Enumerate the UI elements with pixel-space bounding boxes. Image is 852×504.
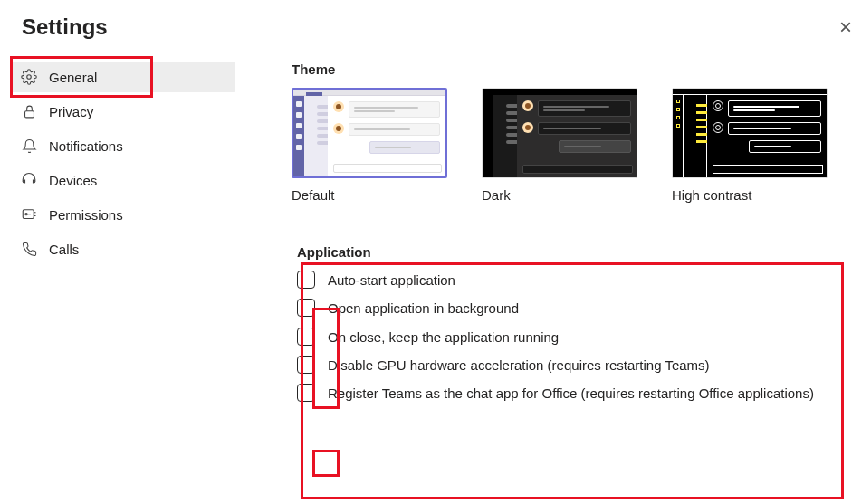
theme-label: High contrast: [672, 187, 828, 203]
theme-thumb-default: [292, 88, 447, 178]
theme-option-high-contrast[interactable]: High contrast: [672, 88, 828, 203]
key-icon: [20, 206, 38, 223]
sidebar-item-permissions[interactable]: Permissions: [11, 199, 235, 230]
application-section: Application Auto-start application Open …: [292, 239, 848, 421]
checkbox-keep-running[interactable]: [297, 328, 315, 346]
option-open-background[interactable]: Open application in background: [297, 299, 843, 318]
sidebar-item-general[interactable]: General: [11, 62, 235, 92]
option-disable-gpu[interactable]: Disable GPU hardware acceleration (requi…: [297, 356, 843, 375]
bell-icon: [20, 138, 38, 154]
annotation-box-register-checkbox: [312, 450, 340, 477]
page-title: Settings: [0, 0, 852, 62]
sidebar-item-label: Notifications: [49, 138, 123, 154]
option-label: Register Teams as the chat app for Offic…: [328, 384, 814, 403]
headset-icon: [20, 172, 38, 188]
svg-point-3: [25, 214, 27, 215]
close-button[interactable]: ×: [839, 14, 852, 40]
sidebar-item-label: General: [49, 70, 97, 85]
svg-rect-1: [24, 110, 34, 117]
sidebar-item-label: Devices: [49, 173, 97, 188]
theme-option-default[interactable]: Default: [292, 88, 447, 203]
checkbox-open-background[interactable]: [297, 299, 315, 317]
application-heading: Application: [297, 244, 843, 260]
theme-option-dark[interactable]: Dark: [482, 88, 637, 203]
option-register-chat-app[interactable]: Register Teams as the chat app for Offic…: [297, 384, 843, 403]
settings-sidebar: General Privacy Notifications Devices Pe…: [0, 62, 235, 421]
option-auto-start[interactable]: Auto-start application: [297, 271, 843, 290]
option-label: On close, keep the application running: [328, 328, 559, 347]
option-keep-running[interactable]: On close, keep the application running: [297, 328, 843, 347]
sidebar-item-devices[interactable]: Devices: [11, 165, 235, 195]
theme-thumb-dark: [482, 88, 637, 178]
checkbox-disable-gpu[interactable]: [297, 356, 315, 374]
sidebar-item-label: Privacy: [49, 104, 93, 119]
theme-label: Default: [292, 187, 447, 203]
checkbox-register-chat-app[interactable]: [297, 384, 315, 402]
theme-label: Dark: [482, 187, 637, 203]
sidebar-item-label: Permissions: [49, 207, 123, 223]
sidebar-item-privacy[interactable]: Privacy: [11, 96, 235, 127]
checkbox-auto-start[interactable]: [297, 271, 315, 289]
option-label: Open application in background: [328, 299, 519, 318]
option-label: Disable GPU hardware acceleration (requi…: [328, 356, 710, 375]
gear-icon: [20, 69, 38, 85]
sidebar-item-calls[interactable]: Calls: [11, 233, 235, 264]
settings-main: Theme D: [235, 62, 852, 421]
theme-heading: Theme: [292, 62, 848, 77]
sidebar-item-notifications[interactable]: Notifications: [11, 130, 235, 161]
sidebar-item-label: Calls: [49, 242, 79, 257]
svg-point-0: [27, 75, 32, 80]
option-label: Auto-start application: [328, 271, 455, 290]
theme-thumb-high-contrast: [672, 88, 828, 178]
lock-icon: [20, 104, 38, 119]
phone-icon: [20, 242, 38, 257]
